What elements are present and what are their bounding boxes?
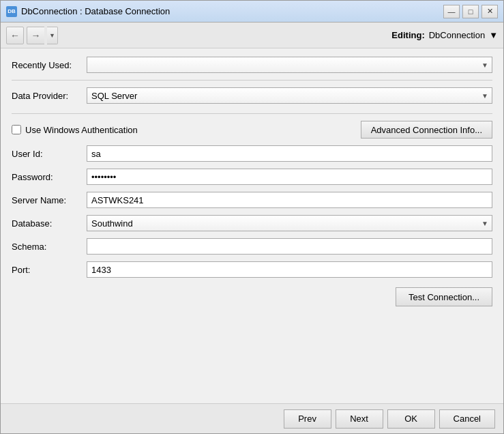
main-window: DB DbConnection : Database Connection — … <box>0 0 504 434</box>
advanced-connection-button[interactable]: Advanced Connection Info... <box>361 121 492 139</box>
minimize-button[interactable]: — <box>443 5 460 18</box>
windows-auth-checkbox[interactable] <box>12 125 21 134</box>
content-area: Recently Used: ▼ Data Provider: SQL Serv… <box>1 48 503 403</box>
port-input[interactable] <box>87 261 492 278</box>
back-button[interactable]: ← <box>6 27 24 44</box>
window-icon: DB <box>6 6 17 17</box>
footer: Prev Next OK Cancel <box>1 403 503 433</box>
forward-dropdown-button[interactable]: ▼ <box>47 27 58 44</box>
password-row: Password: <box>12 169 492 185</box>
user-id-label: User Id: <box>12 149 87 159</box>
port-row: Port: <box>12 261 492 278</box>
window-controls: — □ ✕ <box>443 5 498 18</box>
editing-prefix: Editing: <box>391 30 424 40</box>
windows-auth-label: Use Windows Authentication <box>25 125 138 135</box>
toolbar-nav: ← → ▼ <box>6 27 58 44</box>
title-bar: DB DbConnection : Database Connection — … <box>1 1 503 23</box>
database-wrapper: Southwind ▼ <box>87 215 492 231</box>
password-input[interactable] <box>87 169 492 185</box>
schema-row: Schema: <box>12 238 492 255</box>
forward-button[interactable]: → <box>27 27 44 44</box>
editing-value: DbConnection <box>429 30 485 40</box>
data-provider-label: Data Provider: <box>12 91 87 101</box>
cancel-button[interactable]: Cancel <box>439 409 495 429</box>
schema-input[interactable] <box>87 238 492 255</box>
recently-used-label: Recently Used: <box>12 60 87 70</box>
server-name-input[interactable] <box>87 192 492 208</box>
recently-used-select[interactable] <box>87 57 492 73</box>
test-connection-button[interactable]: Test Connection... <box>396 287 492 306</box>
user-id-row: User Id: <box>12 145 492 162</box>
server-name-label: Server Name: <box>12 195 87 205</box>
editing-dropdown-arrow[interactable]: ▼ <box>489 30 498 40</box>
auth-row: Use Windows Authentication Advanced Conn… <box>12 121 492 139</box>
ok-button[interactable]: OK <box>387 409 435 429</box>
window-title: DbConnection : Database Connection <box>21 6 443 16</box>
database-label: Database: <box>12 218 87 229</box>
schema-label: Schema: <box>12 242 87 252</box>
spacer <box>12 306 492 395</box>
data-provider-row: Data Provider: SQL Server ▼ <box>12 87 492 104</box>
separator-1 <box>12 80 492 81</box>
database-select[interactable]: Southwind <box>87 215 492 231</box>
separator-2 <box>12 113 492 114</box>
checkbox-left: Use Windows Authentication <box>12 125 138 135</box>
recently-used-wrapper: ▼ <box>87 57 492 73</box>
data-provider-select[interactable]: SQL Server <box>87 87 492 104</box>
user-id-input[interactable] <box>87 145 492 162</box>
database-row: Database: Southwind ▼ <box>12 215 492 231</box>
port-label: Port: <box>12 265 87 275</box>
prev-button[interactable]: Prev <box>284 409 331 429</box>
recently-used-row: Recently Used: ▼ <box>12 57 492 73</box>
test-connection-row: Test Connection... <box>12 287 492 306</box>
next-button[interactable]: Next <box>336 409 383 429</box>
data-provider-wrapper: SQL Server ▼ <box>87 87 492 104</box>
editing-section: Editing: DbConnection ▼ <box>391 30 498 40</box>
toolbar: ← → ▼ Editing: DbConnection ▼ <box>1 23 503 48</box>
maximize-button[interactable]: □ <box>462 5 479 18</box>
password-label: Password: <box>12 172 87 182</box>
server-name-row: Server Name: <box>12 192 492 208</box>
close-button[interactable]: ✕ <box>481 5 498 18</box>
